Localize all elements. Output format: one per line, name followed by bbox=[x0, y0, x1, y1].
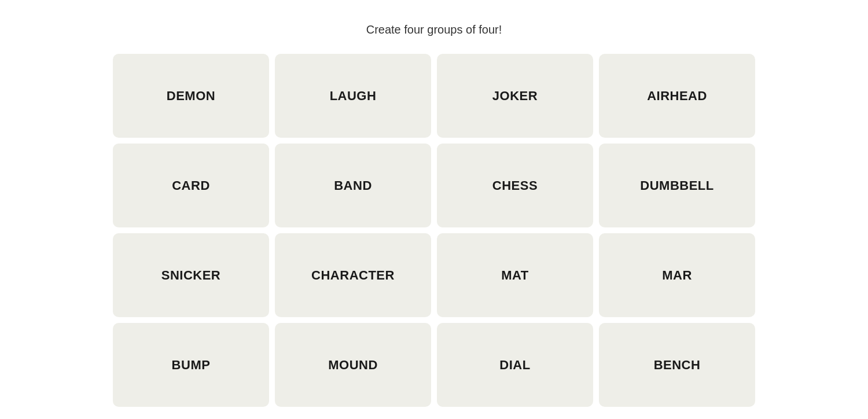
tile-label-mound: MOUND bbox=[328, 358, 378, 373]
tile-label-card: CARD bbox=[172, 178, 210, 193]
tile-label-bump: BUMP bbox=[172, 358, 211, 373]
tile-laugh[interactable]: LAUGH bbox=[275, 54, 431, 138]
tile-dumbbell[interactable]: DUMBBELL bbox=[599, 144, 755, 227]
tile-band[interactable]: BAND bbox=[275, 144, 431, 227]
tile-label-mar: MAR bbox=[662, 268, 692, 283]
tile-card[interactable]: CARD bbox=[113, 144, 269, 227]
tile-label-laugh: LAUGH bbox=[330, 89, 377, 104]
game-subtitle: Create four groups of four! bbox=[366, 23, 502, 36]
tile-airhead[interactable]: AIRHEAD bbox=[599, 54, 755, 138]
tile-label-chess: CHESS bbox=[492, 178, 538, 193]
tile-label-dial: DIAL bbox=[499, 358, 530, 373]
tile-label-joker: JOKER bbox=[492, 89, 538, 104]
tile-label-snicker: SNICKER bbox=[161, 268, 221, 283]
tile-label-mat: MAT bbox=[501, 268, 529, 283]
tile-snicker[interactable]: SNICKER bbox=[113, 233, 269, 317]
tile-mar[interactable]: MAR bbox=[599, 233, 755, 317]
tile-bench[interactable]: BENCH bbox=[599, 323, 755, 407]
tile-label-bench: BENCH bbox=[654, 358, 701, 373]
tile-chess[interactable]: CHESS bbox=[437, 144, 593, 227]
tile-label-airhead: AIRHEAD bbox=[647, 89, 707, 104]
word-grid: DEMONLAUGHJOKERAIRHEADCARDBANDCHESSDUMBB… bbox=[113, 54, 755, 407]
tile-label-character: CHARACTER bbox=[311, 268, 395, 283]
tile-joker[interactable]: JOKER bbox=[437, 54, 593, 138]
tile-label-dumbbell: DUMBBELL bbox=[640, 178, 713, 193]
tile-label-band: BAND bbox=[334, 178, 372, 193]
tile-bump[interactable]: BUMP bbox=[113, 323, 269, 407]
tile-demon[interactable]: DEMON bbox=[113, 54, 269, 138]
tile-mat[interactable]: MAT bbox=[437, 233, 593, 317]
tile-dial[interactable]: DIAL bbox=[437, 323, 593, 407]
tile-label-demon: DEMON bbox=[167, 89, 215, 104]
tile-character[interactable]: CHARACTER bbox=[275, 233, 431, 317]
tile-mound[interactable]: MOUND bbox=[275, 323, 431, 407]
